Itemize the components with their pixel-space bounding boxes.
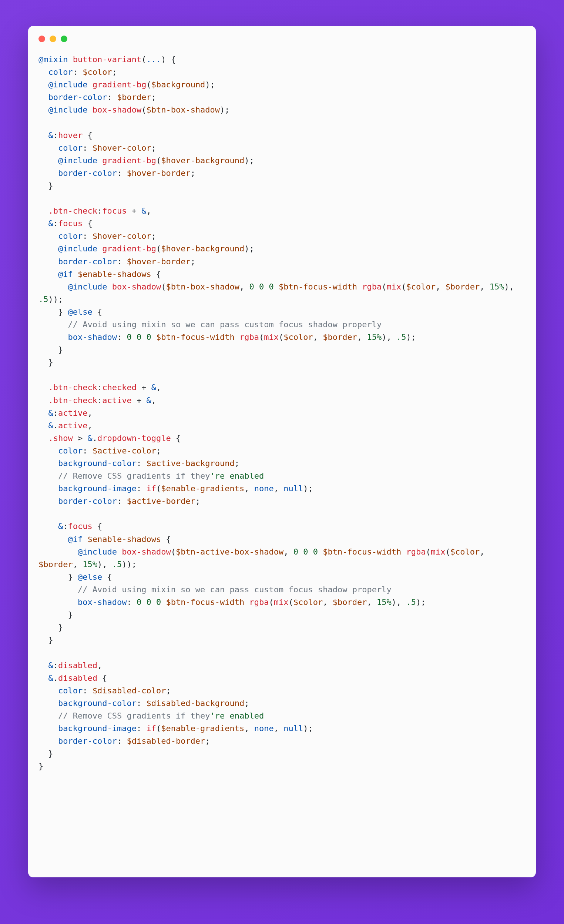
code-token: ( <box>445 547 450 556</box>
code-token: box-shadow <box>78 597 127 607</box>
code-token: $active-color <box>93 446 156 455</box>
code-token: $disabled-border <box>127 736 205 746</box>
code-token: color <box>58 446 82 455</box>
code-token: $disabled-color <box>93 686 166 695</box>
code-token: ) { <box>161 55 176 64</box>
code-token: none <box>254 724 274 733</box>
code-token: : <box>127 597 136 607</box>
code-token: & <box>48 674 53 682</box>
code-token: ( <box>156 724 161 733</box>
code-token: // Remove CSS gradients if they <box>58 711 210 720</box>
minimize-icon[interactable] <box>50 36 56 42</box>
code-token: .5 <box>39 295 48 304</box>
code-token: disabled <box>58 674 98 682</box>
code-token: , <box>240 282 249 291</box>
code-token <box>39 484 58 493</box>
code-token <box>39 332 68 342</box>
code-token: $hover-background <box>161 156 244 165</box>
code-token: $color <box>450 547 480 556</box>
code-token: $btn-focus-width <box>156 332 235 342</box>
code-token: @mixin <box>39 55 68 64</box>
code-token: )); <box>48 295 63 304</box>
code-token: { <box>102 572 112 582</box>
code-token: $border <box>323 332 357 342</box>
code-token <box>107 282 112 291</box>
code-token: , <box>436 282 446 291</box>
code-token: & <box>48 661 53 670</box>
code-token <box>39 383 48 392</box>
code-token: button-variant <box>73 55 141 64</box>
code-token: // Avoid using mixin so we can pass cust… <box>68 320 381 329</box>
code-token <box>244 597 249 607</box>
code-token <box>39 320 68 329</box>
code-token: : <box>82 143 93 153</box>
code-token: : <box>136 699 147 708</box>
code-token <box>87 80 92 89</box>
code-token: , <box>274 484 284 493</box>
code-token: box-shadow <box>93 105 141 114</box>
code-token: ; <box>205 736 210 746</box>
code-token: @include <box>78 547 117 556</box>
code-token: ; <box>152 231 156 241</box>
code-token: : <box>117 257 127 266</box>
code-token: ( <box>146 80 151 89</box>
code-token <box>39 522 58 531</box>
code-token: 0 0 0 <box>136 597 161 607</box>
code-token <box>39 244 58 253</box>
code-token: gradient-bg <box>102 156 156 165</box>
code-token: } <box>39 635 53 645</box>
code-token: , <box>274 724 284 733</box>
code-token: 're enabled <box>210 711 264 720</box>
code-token: // Remove CSS gradients if they <box>58 471 210 480</box>
code-token: focus <box>58 219 82 228</box>
code-token: } <box>39 181 53 190</box>
code-token: .5 <box>396 332 406 342</box>
zoom-icon[interactable] <box>61 36 68 42</box>
code-token: 15% <box>82 560 98 569</box>
code-token <box>39 143 58 153</box>
code-token: : <box>63 522 68 531</box>
code-token: , <box>152 396 156 405</box>
code-token: { <box>93 307 102 316</box>
code-token: ; <box>152 93 156 102</box>
code-token: ; <box>166 686 171 695</box>
code-token: $enable-gradients <box>161 484 244 493</box>
code-token: , <box>73 560 83 569</box>
code-token: border-color <box>58 257 117 266</box>
code-token: // Avoid using mixin so we can pass cust… <box>78 585 392 594</box>
code-token: : <box>53 130 58 140</box>
code-token <box>39 459 58 468</box>
code-token: rgba <box>240 332 259 342</box>
code-token: @include <box>58 156 98 165</box>
code-token: ); <box>303 484 313 493</box>
code-token: : <box>98 206 102 216</box>
code-token: ( <box>161 282 166 291</box>
code-token: & <box>152 383 156 392</box>
code-token: . <box>93 434 98 443</box>
code-token: $hover-border <box>127 257 190 266</box>
code-token: $color <box>294 597 323 607</box>
code-token: ); <box>303 724 313 733</box>
code-token: ( <box>156 484 161 493</box>
code-token <box>39 156 58 165</box>
code-token <box>235 332 240 342</box>
code-token: dropdown-toggle <box>98 434 171 443</box>
code-token: { <box>82 219 93 228</box>
code-token: $border <box>445 282 480 291</box>
code-token: , <box>244 484 254 493</box>
code-token: ; <box>190 168 195 178</box>
code-token: active <box>58 421 87 430</box>
code-token <box>39 219 48 228</box>
code-token: + <box>136 383 152 392</box>
code-token: ( <box>401 282 406 291</box>
code-token: background-color <box>58 459 136 468</box>
code-token: & <box>141 206 146 216</box>
code-token <box>87 105 92 114</box>
code-token: ; <box>190 257 195 266</box>
close-icon[interactable] <box>39 36 45 42</box>
code-token: border-color <box>48 93 107 102</box>
code-token: $hover-color <box>93 143 152 153</box>
code-token <box>39 597 78 607</box>
code-token: box-shadow <box>122 547 171 556</box>
code-token: $enable-shadows <box>87 534 161 544</box>
